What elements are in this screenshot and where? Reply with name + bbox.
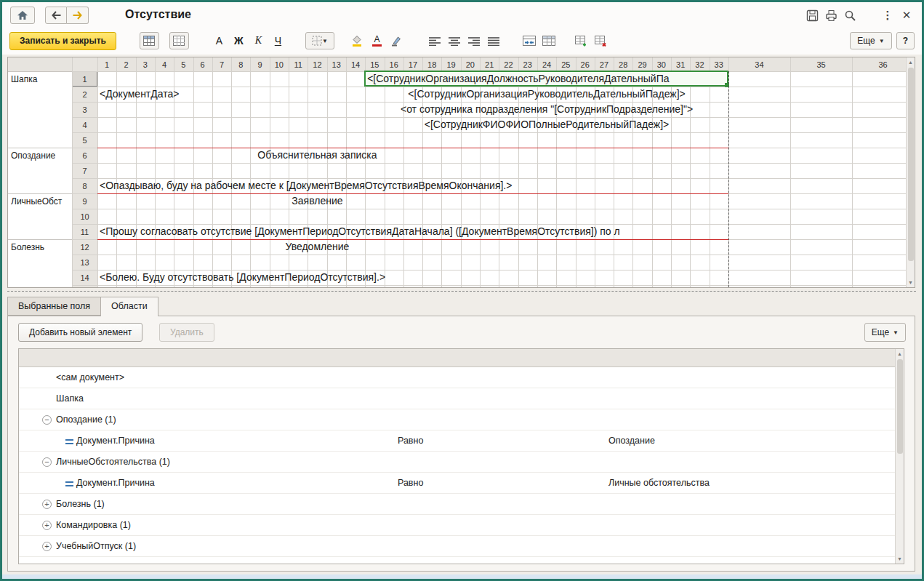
column-header[interactable]: 24 bbox=[537, 57, 556, 71]
sheet-cell[interactable]: <Болею. Буду отсутствовать [ДокументПери… bbox=[100, 272, 726, 283]
save-icon[interactable] bbox=[803, 7, 821, 24]
highlight-button[interactable] bbox=[387, 32, 406, 49]
close-icon[interactable]: ✕ bbox=[897, 7, 916, 24]
show-headers-toggle[interactable] bbox=[140, 32, 159, 49]
row-header[interactable]: 1 bbox=[72, 71, 97, 87]
spreadsheet-template[interactable]: 1234567891011121314151617181920212223242… bbox=[7, 57, 915, 288]
sheet-cell[interactable]: <[СотрудникФИОФИОПолныеРодительныйПадеж]… bbox=[367, 119, 726, 130]
tree-group-row[interactable]: −Опоздание (1) bbox=[19, 409, 904, 430]
column-header[interactable]: 3 bbox=[136, 57, 155, 71]
scroll-down-icon[interactable]: ▼ bbox=[896, 556, 904, 561]
font-color-button[interactable]: А bbox=[367, 32, 387, 49]
italic-button[interactable]: К bbox=[249, 32, 268, 49]
forward-button[interactable] bbox=[67, 7, 89, 24]
column-header[interactable]: 19 bbox=[441, 57, 460, 71]
expand-icon[interactable]: + bbox=[42, 521, 52, 530]
section-name[interactable]: Опоздание bbox=[11, 151, 71, 161]
row-header[interactable]: 4 bbox=[72, 117, 97, 132]
show-grid-toggle[interactable] bbox=[169, 32, 189, 49]
row-header[interactable]: 10 bbox=[72, 209, 97, 224]
column-header[interactable]: 11 bbox=[289, 57, 308, 71]
column-header[interactable]: 2 bbox=[116, 57, 135, 71]
section-name[interactable]: Болезнь bbox=[11, 242, 71, 252]
areas-more-button[interactable]: Еще▼ bbox=[864, 323, 906, 342]
column-header[interactable]: 35 bbox=[790, 57, 852, 71]
tree-item-row[interactable]: Шапка bbox=[19, 388, 904, 409]
column-header[interactable]: 15 bbox=[365, 57, 384, 71]
assign-name-button[interactable] bbox=[572, 32, 592, 49]
add-element-button[interactable]: Добавить новый элемент bbox=[18, 323, 142, 342]
toolbar-more-button[interactable]: Еще▼ bbox=[850, 32, 891, 49]
sheet-cell[interactable]: <Опаздываю, буду на рабочем месте к [Док… bbox=[100, 180, 726, 191]
tree-item-row[interactable]: <сам документ> bbox=[19, 367, 904, 388]
row-header[interactable]: 8 bbox=[72, 178, 97, 193]
column-header[interactable]: 4 bbox=[155, 57, 174, 71]
tree-scrollbar[interactable]: ▲▼ bbox=[895, 349, 904, 564]
sheet-cell[interactable]: <от сотрудника подразделения "[Сотрудник… bbox=[367, 104, 726, 115]
sheet-cell[interactable]: <ДокументДата> bbox=[100, 89, 248, 100]
tab-areas[interactable]: Области bbox=[100, 297, 158, 316]
collapse-icon[interactable]: − bbox=[42, 457, 52, 467]
tree-group-row[interactable]: +Болезнь (1) bbox=[19, 494, 904, 515]
scroll-down-icon[interactable]: ▼ bbox=[907, 280, 915, 285]
tree-group-row[interactable]: −ЛичныеОбстоятельства (1) bbox=[19, 452, 904, 473]
column-header[interactable]: 1 bbox=[97, 57, 116, 71]
column-header[interactable]: 31 bbox=[671, 57, 690, 71]
row-header[interactable]: 9 bbox=[72, 193, 97, 209]
column-header[interactable]: 16 bbox=[385, 57, 403, 71]
scroll-up-icon[interactable]: ▲ bbox=[896, 351, 904, 356]
scroll-thumb[interactable] bbox=[897, 359, 903, 454]
tree-condition-row[interactable]: Документ.ПричинаРавноЛичные обстоятельст… bbox=[19, 473, 904, 494]
delete-element-button[interactable]: Удалить bbox=[159, 323, 214, 342]
column-header[interactable]: 27 bbox=[595, 57, 614, 71]
font-button[interactable]: А bbox=[209, 32, 229, 49]
scroll-up-icon[interactable]: ▲ bbox=[907, 60, 915, 65]
column-header[interactable]: 29 bbox=[632, 57, 651, 71]
section-name[interactable]: Шапка bbox=[11, 74, 71, 84]
row-header[interactable]: 13 bbox=[72, 255, 97, 270]
align-justify-button[interactable] bbox=[484, 32, 504, 49]
remove-name-button[interactable] bbox=[592, 32, 611, 49]
tree-condition-row[interactable]: Документ.ПричинаРавноОпоздание bbox=[19, 430, 904, 452]
underline-button[interactable]: Ч bbox=[268, 32, 288, 49]
row-header[interactable]: 7 bbox=[72, 163, 97, 178]
column-header[interactable]: 32 bbox=[690, 57, 709, 71]
tree-group-row[interactable]: +УчебныйОтпуск (1) bbox=[19, 536, 904, 557]
expand-icon[interactable]: + bbox=[42, 542, 52, 551]
tab-selected-fields[interactable]: Выбранные поля bbox=[7, 297, 100, 316]
fill-color-button[interactable] bbox=[347, 32, 367, 49]
row-header[interactable]: 12 bbox=[72, 239, 97, 255]
sheet-scrollbar[interactable]: ▲▼ bbox=[906, 57, 915, 287]
sheet-cell[interactable]: <[СотрудникОрганизацияДолжностьРуководит… bbox=[367, 73, 726, 84]
column-header[interactable]: 13 bbox=[327, 57, 346, 71]
column-header[interactable]: 9 bbox=[250, 57, 269, 71]
column-header[interactable]: 21 bbox=[480, 57, 499, 71]
column-header[interactable]: 22 bbox=[499, 57, 518, 71]
sheet-cell[interactable]: Уведомление bbox=[100, 241, 535, 252]
column-header[interactable]: 26 bbox=[576, 57, 595, 71]
align-right-button[interactable] bbox=[465, 32, 484, 49]
areas-tree[interactable]: <сам документ>Шапка−Опоздание (1)Докумен… bbox=[18, 348, 904, 564]
sheet-cell[interactable]: Объяснительная записка bbox=[100, 150, 535, 161]
column-header[interactable]: 18 bbox=[422, 57, 441, 71]
column-header[interactable]: 28 bbox=[614, 57, 632, 71]
scroll-thumb[interactable] bbox=[908, 68, 914, 261]
column-header[interactable]: 5 bbox=[174, 57, 193, 71]
sheet-cell[interactable]: Заявление bbox=[100, 196, 535, 207]
row-header[interactable]: 11 bbox=[72, 224, 97, 239]
merge-cells-button[interactable] bbox=[520, 32, 539, 49]
align-left-button[interactable] bbox=[425, 32, 445, 49]
column-header[interactable]: 12 bbox=[308, 57, 326, 71]
row-header[interactable]: 5 bbox=[72, 132, 97, 148]
column-header[interactable]: 17 bbox=[403, 57, 422, 71]
column-header[interactable]: 7 bbox=[212, 57, 231, 71]
sheet-cell[interactable]: <Прошу согласовать отсутствие [ДокументП… bbox=[100, 226, 726, 237]
align-center-button[interactable] bbox=[445, 32, 465, 49]
column-header[interactable]: 34 bbox=[728, 57, 790, 71]
row-header[interactable]: 3 bbox=[72, 102, 97, 117]
section-name[interactable]: ЛичныеОбст bbox=[11, 196, 71, 207]
column-header[interactable]: 33 bbox=[710, 57, 728, 71]
borders-dropdown[interactable]: ▼ bbox=[305, 32, 334, 49]
column-header[interactable]: 23 bbox=[518, 57, 537, 71]
tree-group-row[interactable]: +Командировка (1) bbox=[19, 515, 904, 536]
